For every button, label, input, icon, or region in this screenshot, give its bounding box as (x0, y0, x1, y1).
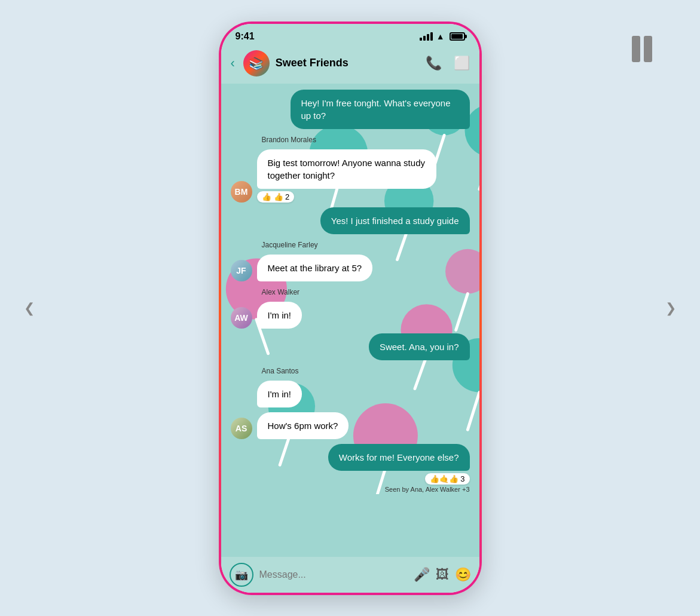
bubble-4: Meet at the library at 5? (257, 255, 373, 281)
sender-label-jacqueline: Jacqueline Farley (261, 239, 470, 250)
bubble-9: Works for me! Everyone else? (328, 444, 470, 471)
message-row-6: Sweet. Ana, you in? (231, 333, 470, 360)
message-row-2: BM Big test tomorrow! Anyone wanna study… (231, 149, 470, 203)
bubble-6: Sweet. Ana, you in? (369, 333, 470, 360)
msg-content-7: I'm in! (257, 381, 302, 407)
bubble-3: Yes! I just finished a study guide (320, 207, 470, 234)
message-row-7: I'm in! (231, 381, 470, 407)
bubble-1: Hey! I'm free tonght. What's everyone up… (291, 90, 470, 129)
left-arrow[interactable]: ❮ (24, 301, 35, 316)
bubble-5: I'm in! (257, 302, 302, 329)
status-icons: ▲ (420, 32, 465, 41)
msg-content-9: Works for me! Everyone else? 👍🤙👍 3 Seen … (328, 444, 470, 493)
bubble-7: I'm in! (257, 381, 302, 407)
outgoing-reactions-container: 👍🤙👍 3 (328, 471, 470, 485)
status-time: 9:41 (236, 31, 255, 42)
input-bar: 📷 🎤 🖼 😊 (221, 557, 479, 593)
message-row-4: JF Meet at the library at 5? (231, 255, 470, 281)
sender-label-brandon: Brandon Morales (261, 134, 470, 145)
message-row-5: AW I'm in! (231, 302, 470, 329)
seen-status: Seen by Ana, Alex Walker +3 (328, 486, 470, 493)
sender-name-jacqueline: Jacqueline Farley (262, 241, 318, 249)
sticker-icon[interactable]: 😊 (455, 567, 471, 583)
avatar-brandon: BM (231, 181, 252, 203)
phone-frame: 9:41 ▲ ‹ 📚 Sweet Friends 📞 ⬜ (219, 22, 482, 595)
gallery-icon[interactable]: 🖼 (436, 567, 449, 583)
message-row-9: Works for me! Everyone else? 👍🤙👍 3 Seen … (231, 444, 470, 493)
status-bar: 9:41 ▲ (221, 24, 479, 45)
call-icon[interactable]: 📞 (426, 56, 442, 71)
back-button[interactable]: ‹ (231, 56, 235, 71)
msg-content-3: Yes! I just finished a study guide (320, 207, 470, 234)
pause-bar-right (644, 36, 652, 62)
wifi-icon: ▲ (436, 32, 445, 41)
sender-name-brandon: Brandon Morales (262, 136, 316, 144)
chat-header: ‹ 📚 Sweet Friends 📞 ⬜ (221, 45, 479, 84)
signal-bars-icon (420, 32, 433, 41)
avatar-ana: AS (231, 418, 252, 439)
sender-name-alex: Alex Walker (262, 288, 300, 296)
sender-name-ana: Ana Santos (262, 367, 299, 375)
camera-icon: 📷 (235, 568, 248, 581)
avatar-ana-placeholder (231, 386, 252, 407)
msg-content-1: Hey! I'm free tonght. What's everyone up… (291, 90, 470, 129)
right-arrow[interactable]: ❯ (665, 301, 676, 316)
mic-icon[interactable]: 🎤 (414, 567, 430, 583)
pause-icon (632, 36, 652, 62)
msg-content-6: Sweet. Ana, you in? (369, 333, 470, 360)
battery-icon (450, 32, 465, 41)
message-input[interactable] (259, 569, 408, 580)
group-avatar: 📚 (243, 50, 270, 76)
msg-content-5: I'm in! (257, 302, 302, 329)
avatar-alex: AW (231, 307, 252, 329)
msg-content-2: Big test tomorrow! Anyone wanna study to… (257, 149, 436, 203)
avatar-jacqueline: JF (231, 260, 252, 281)
bubble-2: Big test tomorrow! Anyone wanna study to… (257, 149, 436, 189)
msg-content-8: How's 6pm work? (257, 412, 349, 439)
sender-label-ana: Ana Santos (261, 365, 470, 376)
message-row-8: AS How's 6pm work? (231, 412, 470, 439)
group-avatar-emoji: 📚 (249, 56, 264, 71)
reaction-brandon: 👍 👍 2 (257, 191, 295, 203)
chat-name: Sweet Friends (276, 57, 420, 69)
header-icons: 📞 ⬜ (426, 56, 470, 71)
camera-button[interactable]: 📷 (230, 563, 253, 587)
reaction-outgoing: 👍🤙👍 3 (425, 473, 470, 485)
pause-bar-left (632, 36, 640, 62)
bubble-8: How's 6pm work? (257, 412, 349, 439)
message-row-1: Hey! I'm free tonght. What's everyone up… (231, 90, 470, 129)
video-icon[interactable]: ⬜ (454, 56, 470, 71)
chat-body[interactable]: Hey! I'm free tonght. What's everyone up… (221, 84, 479, 557)
message-row-3: Yes! I just finished a study guide (231, 207, 470, 234)
msg-content-4: Meet at the library at 5? (257, 255, 373, 281)
sender-label-alex: Alex Walker (261, 286, 470, 297)
